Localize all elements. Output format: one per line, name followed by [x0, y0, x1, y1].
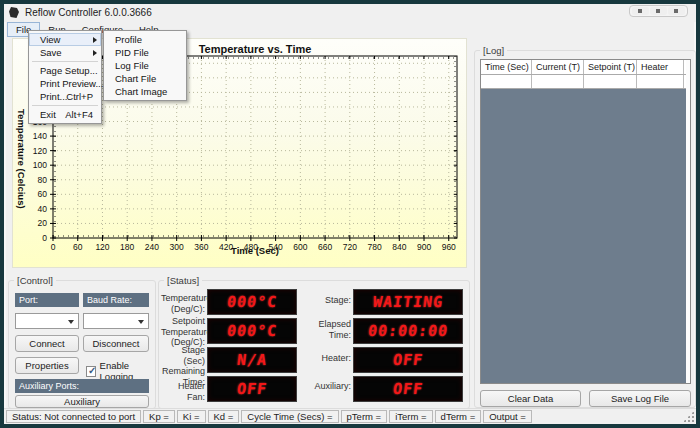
baud-rate-combobox[interactable] [83, 313, 149, 329]
menu-shortcut-print: Ctrl+P [66, 91, 93, 102]
connect-button[interactable]: Connect [15, 335, 79, 352]
menu-item-save-label: Save [40, 47, 62, 58]
window-title: Reflow Controller 6.0.0.3666 [25, 7, 152, 18]
log-empty-row [481, 75, 690, 89]
svg-text:20: 20 [38, 218, 48, 228]
statusbar-cycle-time: Cycle Time (Secs) = [241, 410, 338, 423]
submenu-item-chart-file-label: Chart File [115, 73, 156, 84]
file-dropdown-menu: View Save Page Setup... Print Preview...… [28, 30, 102, 124]
setpoint-temperature-value: 000°C [226, 322, 278, 340]
save-log-file-button[interactable]: Save Log File [589, 390, 691, 407]
submenu-item-chart-image-label: Chart Image [115, 86, 167, 97]
status-bar: Status: Not connected to port Kp = Ki = … [4, 408, 696, 424]
menu-item-save[interactable]: Save [29, 46, 101, 59]
submenu-item-chart-image[interactable]: Chart Image [104, 85, 186, 98]
log-panel: [Log] Time (Sec) Current (T) Setpoint (T… [474, 50, 696, 408]
minimize-icon [638, 9, 642, 13]
status-panel: [Status] Temperature (Deg/C): 000°C Setp… [158, 280, 470, 409]
svg-text:80: 80 [38, 175, 48, 185]
submenu-arrow-icon [93, 37, 97, 43]
column-heater[interactable]: Heater [637, 60, 684, 74]
column-current[interactable]: Current (T) [532, 60, 584, 74]
window-minimize-button[interactable] [632, 7, 649, 15]
log-table-header: Time (Sec) Current (T) Setpoint (T) Heat… [481, 60, 690, 75]
statusbar-connection: Status: Not connected to port [6, 410, 141, 423]
log-table[interactable]: Time (Sec) Current (T) Setpoint (T) Heat… [480, 59, 691, 384]
svg-text:60: 60 [38, 189, 48, 199]
svg-text:0: 0 [42, 233, 47, 243]
chevron-down-icon [138, 320, 144, 324]
chevron-down-icon [68, 320, 74, 324]
heater-display: OFF [353, 347, 463, 373]
app-window: Reflow Controller 6.0.0.3666 File Run Co… [0, 0, 700, 428]
statusbar-output: Output = [483, 410, 532, 423]
stage-remaining-time-value: N/A [236, 351, 268, 369]
submenu-item-pid-file-label: PID File [115, 47, 149, 58]
app-icon [9, 7, 19, 18]
menu-item-page-setup[interactable]: Page Setup... [29, 64, 101, 77]
auxiliary-label: Auxiliary: [301, 381, 351, 392]
menu-item-view-label: View [40, 34, 60, 45]
auxiliary-button[interactable]: Auxiliary [15, 395, 149, 408]
statusbar-ki: Ki = [177, 410, 206, 423]
submenu-item-pid-file[interactable]: PID File [104, 46, 186, 59]
stage-label: Stage: [301, 295, 351, 306]
submenu-item-chart-file[interactable]: Chart File [104, 72, 186, 85]
window-maximize-button[interactable] [650, 7, 667, 15]
heater-value: OFF [392, 351, 424, 369]
submenu-item-profile[interactable]: Profile [104, 33, 186, 46]
heater-fan-display: OFF [207, 376, 297, 402]
submenu-item-profile-label: Profile [115, 34, 142, 45]
stage-display: WAITING [353, 289, 463, 315]
title-bar[interactable]: Reflow Controller 6.0.0.3666 [4, 4, 696, 22]
menu-item-page-setup-label: Page Setup... [40, 65, 98, 76]
y-axis-label: Temperature (Celcius) [16, 79, 27, 239]
submenu-item-log-file[interactable]: Log File [104, 59, 186, 72]
enable-logging-checkbox[interactable] [86, 366, 96, 377]
heater-fan-value: OFF [236, 380, 268, 398]
temperature-value: 000°C [226, 293, 278, 311]
heater-fan-label: Heater Fan: [161, 381, 205, 402]
menu-item-print-label: Print... [40, 91, 67, 102]
column-time[interactable]: Time (Sec) [481, 60, 532, 74]
menu-separator [32, 105, 98, 106]
statusbar-kd: Kd = [208, 410, 240, 423]
statusbar-kp: Kp = [143, 410, 175, 423]
elapsed-time-value: 00:00:00 [367, 322, 449, 340]
svg-text:140: 140 [33, 131, 47, 141]
properties-button[interactable]: Properties [15, 357, 79, 374]
disconnect-button[interactable]: Disconnect [83, 335, 149, 352]
auxiliary-ports-label: Auxiliary Ports: [15, 379, 149, 393]
control-panel: [Control] Port: Baud Rate: Connect Disco… [8, 280, 156, 409]
menu-item-view[interactable]: View [29, 33, 101, 46]
submenu-item-log-file-label: Log File [115, 60, 149, 71]
heater-label: Heater: [301, 353, 351, 364]
window-controls [629, 5, 688, 17]
temperature-label: Temperature (Deg/C): [161, 293, 205, 314]
setpoint-temperature-display: 000°C [207, 318, 297, 344]
menu-item-exit[interactable]: Exit Alt+F4 [29, 108, 101, 121]
svg-text:120: 120 [33, 146, 47, 156]
svg-text:40: 40 [38, 204, 48, 214]
port-combobox[interactable] [15, 313, 79, 329]
auxiliary-value: OFF [392, 380, 424, 398]
elapsed-time-label: Elapsed Time: [301, 319, 351, 340]
setpoint-temperature-label: Setpoint Temperature (Deg/C): [161, 316, 205, 348]
menu-separator [32, 61, 98, 62]
status-panel-title: [Status] [164, 275, 202, 286]
menu-item-print-preview[interactable]: Print Preview... [29, 77, 101, 90]
column-setpoint[interactable]: Setpoint (T) [584, 60, 637, 74]
x-axis-label: Time (Sec) [53, 245, 457, 256]
maximize-icon [656, 9, 660, 13]
menu-item-exit-label: Exit [40, 109, 56, 120]
stage-value: WAITING [372, 293, 444, 311]
clear-data-button[interactable]: Clear Data [480, 390, 581, 407]
auxiliary-display: OFF [353, 376, 463, 402]
elapsed-time-display: 00:00:00 [353, 318, 463, 344]
log-grid-margin [686, 60, 690, 383]
baud-rate-label: Baud Rate: [83, 293, 149, 307]
log-panel-title: [Log] [480, 45, 507, 56]
menu-item-print[interactable]: Print... Ctrl+P [29, 90, 101, 103]
svg-text:100: 100 [33, 160, 47, 170]
window-close-button[interactable] [668, 7, 685, 15]
